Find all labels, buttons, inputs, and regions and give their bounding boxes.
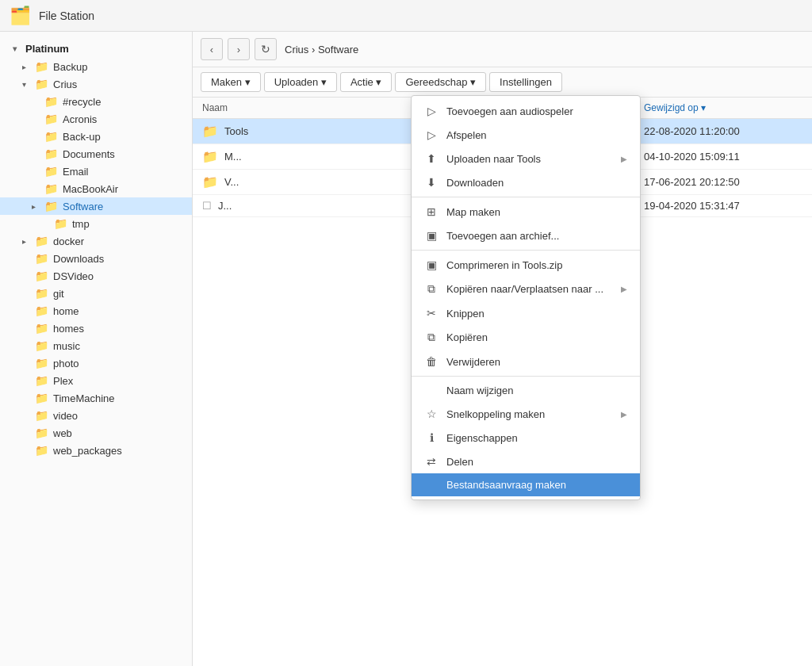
sidebar-root-label: Platinum: [0, 40, 192, 58]
sidebar-label-documents: Documents: [63, 148, 115, 160]
sidebar-item-homes[interactable]: 📁homes: [0, 320, 192, 337]
cm-label-map-maken: Map maken: [446, 206, 500, 218]
sidebar-item-tmp[interactable]: 📁tmp: [0, 215, 192, 232]
cm-item-kopieren-verplaatsen[interactable]: ⧉Kopiëren naar/Verplaatsen naar ...▶: [412, 277, 640, 301]
folder-icon-plex: 📁: [35, 374, 48, 387]
cm-label-delen: Delen: [446, 456, 473, 468]
cm-item-knippen[interactable]: ✂Knippen: [412, 301, 640, 325]
sidebar-label-timemachine: TimeMachine: [53, 392, 115, 404]
sidebar-item-crius[interactable]: 📁Crius: [0, 75, 192, 93]
sidebar-label-web: web: [53, 427, 72, 439]
sidebar-item-documents[interactable]: 📁Documents: [0, 145, 192, 163]
cm-item-verwijderen[interactable]: 🗑Verwijderen: [412, 350, 640, 373]
sidebar-item-docker[interactable]: 📁docker: [0, 232, 192, 250]
folder-icon-acronis: 📁: [44, 113, 58, 125]
sidebar-item-plex[interactable]: 📁Plex: [0, 372, 192, 389]
context-menu-overlay: ▷Toevoegen aan audiospeler▷Afspelen⬆Uplo…: [193, 32, 812, 666]
sidebar-item-downloads[interactable]: 📁Downloads: [0, 250, 192, 267]
sidebar-label-docker: docker: [53, 235, 84, 247]
cm-label-uploaden-tools: Uploaden naar Tools: [446, 153, 541, 165]
sidebar-item-web[interactable]: 📁web: [0, 424, 192, 442]
sidebar-item-web_packages[interactable]: 📁web_packages: [0, 442, 192, 459]
sidebar-label-recycle: #recycle: [63, 96, 101, 108]
caret-docker[interactable]: [22, 237, 30, 246]
cm-icon-downloaden: ⬇: [424, 176, 439, 189]
folder-icon-timemachine: 📁: [35, 392, 48, 404]
sidebar-item-photo[interactable]: 📁photo: [0, 354, 192, 372]
folder-icon-web: 📁: [35, 427, 48, 439]
sidebar-label-email: Email: [63, 166, 89, 178]
sidebar-label-photo: photo: [53, 358, 79, 369]
cm-label-afspelen: Afspelen: [446, 129, 487, 141]
cm-item-kopieren[interactable]: ⧉Kopiëren: [412, 325, 640, 350]
cm-label-downloaden: Downloaden: [446, 177, 504, 189]
folder-icon-tmp: 📁: [54, 217, 67, 230]
folder-icon-homes: 📁: [35, 322, 48, 335]
sidebar-caret-root[interactable]: [13, 44, 21, 53]
cm-item-eigenschappen[interactable]: ℹEigenschappen: [412, 426, 640, 450]
sidebar-label-video: video: [53, 410, 78, 422]
sidebar-label-crius: Crius: [53, 78, 77, 90]
cm-icon-toevoegen-archief: ▣: [424, 229, 439, 242]
cm-item-naam-wijzigen[interactable]: Naam wijzigen: [412, 379, 640, 402]
cm-item-toevoegen-archief[interactable]: ▣Toevoegen aan archief...: [412, 224, 640, 247]
sidebar-label-dsvideo: DSVideo: [53, 270, 94, 282]
cm-item-bestandsaanvraag[interactable]: Bestandsaanvraag maken: [412, 473, 640, 496]
folder-icon-dsvideo: 📁: [35, 270, 48, 282]
sidebar-item-home[interactable]: 📁home: [0, 302, 192, 320]
sidebar-item-dsvideo[interactable]: 📁DSVideo: [0, 267, 192, 285]
cm-label-toevoegen-archief: Toevoegen aan archief...: [446, 230, 559, 242]
cm-icon-map-maken: ⊞: [424, 205, 439, 218]
cm-label-naam-wijzigen: Naam wijzigen: [446, 385, 514, 396]
cm-arrow-kopieren-verplaatsen: ▶: [621, 285, 627, 293]
cm-icon-comprimeren: ▣: [424, 258, 439, 271]
cm-label-verwijderen: Verwijderen: [446, 356, 500, 368]
caret-backup[interactable]: [22, 63, 30, 71]
cm-icon-delen: ⇄: [424, 455, 439, 468]
cm-item-afspelen[interactable]: ▷Afspelen: [412, 123, 640, 147]
sidebar-item-recycle[interactable]: 📁#recycle: [0, 93, 192, 110]
sidebar-item-software[interactable]: 📁Software: [0, 197, 192, 215]
folder-icon-git: 📁: [35, 287, 48, 300]
folder-icon-music: 📁: [35, 339, 48, 352]
folder-icon-software: 📁: [44, 200, 58, 212]
cm-item-comprimeren[interactable]: ▣Comprimeren in Tools.zip: [412, 253, 640, 277]
sidebar-item-acronis[interactable]: 📁Acronis: [0, 110, 192, 128]
context-menu: ▷Toevoegen aan audiospeler▷Afspelen⬆Uplo…: [411, 95, 641, 500]
cm-item-delen[interactable]: ⇄Delen: [412, 450, 640, 473]
sidebar-item-video[interactable]: 📁video: [0, 407, 192, 424]
caret-software[interactable]: [32, 202, 40, 211]
cm-item-add-audiospeler[interactable]: ▷Toevoegen aan audiospeler: [412, 99, 640, 123]
cm-item-uploaden-tools[interactable]: ⬆Uploaden naar Tools▶: [412, 147, 640, 170]
folder-icon-downloads: 📁: [35, 252, 48, 265]
cm-separator: [412, 197, 640, 197]
sidebar-label-backup: Backup: [53, 61, 87, 73]
cm-label-eigenschappen: Eigenschappen: [446, 432, 518, 444]
cm-label-knippen: Knippen: [446, 308, 485, 320]
caret-crius[interactable]: [22, 80, 30, 89]
sidebar-item-email[interactable]: 📁Email: [0, 163, 192, 180]
folder-icon-docker: 📁: [35, 235, 48, 247]
folder-icon-email: 📁: [44, 165, 58, 178]
sidebar-item-macbookair[interactable]: 📁MacBookAir: [0, 180, 192, 197]
cm-arrow-snelkoppeling: ▶: [621, 410, 627, 419]
main-layout: Platinum 📁Backup📁Crius📁#recycle📁Acronis📁…: [0, 32, 812, 666]
sidebar-item-music[interactable]: 📁music: [0, 337, 192, 354]
cm-item-map-maken[interactable]: ⊞Map maken: [412, 200, 640, 224]
sidebar-item-git[interactable]: 📁git: [0, 285, 192, 302]
sidebar-item-timemachine[interactable]: 📁TimeMachine: [0, 389, 192, 407]
folder-icon-video: 📁: [35, 409, 48, 422]
cm-label-comprimeren: Comprimeren in Tools.zip: [446, 259, 562, 271]
cm-item-downloaden[interactable]: ⬇Downloaden: [412, 170, 640, 194]
sidebar-item-backup[interactable]: 📁Backup: [0, 58, 192, 75]
sidebar-label-homes: homes: [53, 323, 84, 335]
cm-icon-verwijderen: 🗑: [424, 355, 439, 368]
cm-icon-kopieren: ⧉: [424, 331, 439, 344]
sidebar-label-home: home: [53, 305, 79, 317]
sidebar-item-back-up[interactable]: 📁Back-up: [0, 128, 192, 145]
cm-item-snelkoppeling[interactable]: ☆Snelkoppeling maken▶: [412, 402, 640, 426]
cm-icon-kopieren-verplaatsen: ⧉: [424, 282, 439, 296]
folder-icon-backup: 📁: [35, 60, 48, 73]
cm-icon-knippen: ✂: [424, 307, 439, 320]
sidebar-root-title: Platinum: [25, 43, 69, 55]
